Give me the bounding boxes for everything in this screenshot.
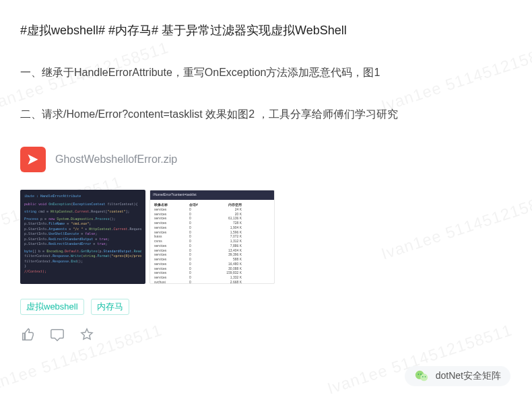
mini-table-cell: 0 xyxy=(189,225,207,230)
mini-table-cell: 61,136 K xyxy=(219,216,242,221)
mini-table-cell: 30,088 K xyxy=(219,266,242,271)
mini-table-cell: 0 xyxy=(189,216,207,221)
mini-table-header: 会话# xyxy=(189,203,207,207)
mini-table-cell: 0 xyxy=(189,234,207,239)
favorite-button[interactable] xyxy=(79,327,94,342)
thumbs-up-icon xyxy=(20,327,35,342)
mini-table-cell: 39,396 K xyxy=(219,252,242,257)
mini-table-cell: lsass xyxy=(154,234,177,239)
svg-point-1 xyxy=(420,373,428,381)
post-title: #虚拟webshell# #内存马# 基于异常过滤器实现虚拟WebShell xyxy=(20,22,512,40)
comment-button[interactable] xyxy=(50,327,65,342)
post-body: #虚拟webshell# #内存马# 基于异常过滤器实现虚拟WebShell 一… xyxy=(0,0,532,397)
like-button[interactable] xyxy=(20,327,35,342)
thumbnail-url: /Home/Error?content=tasklist xyxy=(150,190,274,200)
attachment-file[interactable]: GhostWebshellofError.zip xyxy=(20,147,177,172)
mini-table-cell: services xyxy=(154,275,177,280)
mini-table-cell: 0 xyxy=(189,252,207,257)
code-header: ibute : HandleErrorAttribute xyxy=(24,194,81,198)
mini-table-cell: 0 xyxy=(189,239,207,244)
mini-table-cell: 2,668 K xyxy=(219,280,242,284)
mini-table-cell: svchost xyxy=(154,280,177,284)
mini-table-cell: 0 xyxy=(189,280,207,284)
wechat-icon xyxy=(414,369,429,384)
star-icon xyxy=(79,327,94,342)
mini-table-cell: 728 K xyxy=(219,221,242,225)
mini-table-cell: services xyxy=(154,221,177,225)
mini-table-cell: services xyxy=(154,262,177,266)
mini-table-cell: 0 xyxy=(189,270,207,275)
thumbnail-code-screenshot[interactable]: ibute : HandleErrorAttribute public void… xyxy=(20,190,145,284)
mini-table-cell: services xyxy=(154,252,177,257)
mini-table-cell: 0 xyxy=(189,275,207,280)
mini-table-cell: services xyxy=(154,207,177,212)
tag-memory-horse[interactable]: 内存马 xyxy=(91,299,129,315)
tag-row: 虚拟webshell 内存马 xyxy=(20,299,512,315)
mini-table-cell: 1,332 K xyxy=(219,275,242,280)
mini-table-cell: 1,312 K xyxy=(219,239,242,244)
mini-table-cell: services xyxy=(154,266,177,271)
mini-table-cell: 588 K xyxy=(219,257,242,262)
mini-table-cell: 16,480 K xyxy=(219,262,242,266)
mini-table-header: 内存使用 xyxy=(219,203,242,207)
mini-table-cell: 7,072 K xyxy=(219,234,242,239)
mini-table-cell: services xyxy=(154,225,177,230)
mini-table-cell: services xyxy=(154,257,177,262)
wechat-attribution-label: dotNet安全矩阵 xyxy=(436,370,501,382)
mini-table-cell: 7,886 K xyxy=(219,244,242,248)
mini-table-cell: 1,596 K xyxy=(219,230,242,235)
mini-table-cell: 0 xyxy=(189,221,207,225)
mini-table-cell: 20 K xyxy=(219,212,242,217)
comment-icon xyxy=(50,327,65,342)
mini-table-cell: 0 xyxy=(189,262,207,266)
mini-table-cell: 0 xyxy=(189,212,207,217)
section-2: 二、请求/Home/Error?content=tasklist 效果如图2 ，… xyxy=(20,106,512,123)
section-1: 一、继承于HandleErrorAttribute，重写OnException方… xyxy=(20,64,512,81)
mini-table-cell: 0 xyxy=(189,257,207,262)
attachment-filename: GhostWebshellofError.zip xyxy=(55,153,177,166)
mini-table-cell: 0 xyxy=(189,266,207,271)
mini-table-cell: csrss xyxy=(154,239,177,244)
mini-table-cell: services xyxy=(154,270,177,275)
mini-table-cell: services xyxy=(154,244,177,248)
mini-table-cell: 0 xyxy=(189,244,207,248)
tag-virtual-webshell[interactable]: 虚拟webshell xyxy=(20,299,84,315)
wechat-attribution[interactable]: dotNet安全矩阵 xyxy=(405,366,510,386)
svg-point-5 xyxy=(424,376,426,377)
svg-point-2 xyxy=(418,373,419,375)
mini-table-cell: 0 xyxy=(189,230,207,235)
thumbnail-tasklist-screenshot[interactable]: /Home/Error?content=tasklist 映像名称会话#内存使用… xyxy=(149,190,275,284)
mini-table-cell: 24 K xyxy=(219,207,242,212)
mini-table-cell: 159,832 K xyxy=(219,270,242,275)
mini-table-cell: services xyxy=(154,230,177,235)
mini-table-cell: 0 xyxy=(189,248,207,253)
image-thumbnails: ibute : HandleErrorAttribute public void… xyxy=(20,190,512,284)
mini-table-cell: services xyxy=(154,216,177,221)
mini-table-header: 映像名称 xyxy=(154,203,177,207)
mini-table-cell: services xyxy=(154,212,177,217)
mini-table-cell: services xyxy=(154,248,177,253)
zip-icon xyxy=(20,147,46,172)
mini-table-cell: 0 xyxy=(189,207,207,212)
mini-table-cell: 1,904 K xyxy=(219,225,242,230)
post-actions xyxy=(20,327,512,342)
svg-point-3 xyxy=(420,373,422,375)
svg-point-4 xyxy=(422,376,424,377)
mini-table-cell: 13,404 K xyxy=(219,248,242,253)
